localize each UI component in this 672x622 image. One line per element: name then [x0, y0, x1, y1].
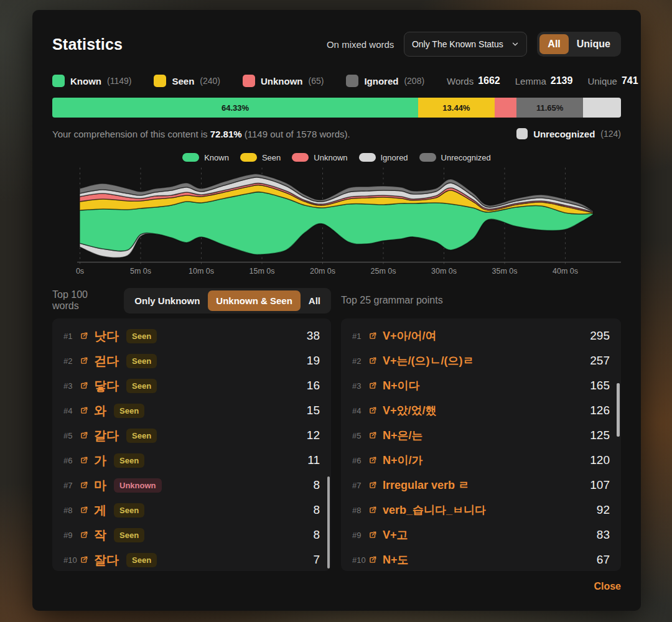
external-link-icon[interactable]: [368, 456, 377, 465]
external-link-icon[interactable]: [368, 332, 377, 340]
tab-all[interactable]: All: [301, 290, 329, 311]
mixed-words-select-value: Only The Known Status: [412, 39, 503, 49]
modal-footer: Close: [52, 581, 621, 592]
external-link-icon[interactable]: [368, 555, 377, 564]
header-controls: On mixed words Only The Known Status All…: [327, 32, 621, 57]
grammar-point-link[interactable]: V+고: [383, 527, 408, 542]
grammar-point-link[interactable]: N+은/는: [383, 428, 423, 443]
tab-unknown-seen[interactable]: Unknown & Seen: [208, 290, 301, 311]
words-section-title: Top 100 words: [52, 289, 110, 312]
grammar-row: #7Irregular verb ㄹ107: [341, 473, 621, 498]
grammar-rank: #5: [352, 431, 367, 440]
bar-segment-3: 11.65%: [516, 98, 582, 118]
word-link[interactable]: 낫다: [94, 328, 119, 345]
legend-count: (65): [308, 76, 324, 86]
chart-legend-ignored: Ignored: [359, 153, 408, 162]
words-scrollbar[interactable]: [327, 476, 330, 569]
total-label: Words: [447, 76, 474, 86]
grammar-rank: #7: [352, 481, 367, 490]
word-link[interactable]: 와: [94, 402, 106, 419]
word-row: #8게Seen8: [52, 498, 331, 522]
grammar-rank: #10: [352, 555, 367, 565]
scope-toggle-unique[interactable]: Unique: [569, 34, 618, 54]
word-rank: #10: [63, 555, 78, 565]
legend-item-unknown: Unknown(65): [243, 75, 324, 87]
word-row: #1낫다Seen38: [52, 323, 331, 348]
external-link-icon[interactable]: [80, 406, 88, 415]
word-count: 12: [307, 429, 320, 442]
word-link[interactable]: 걷다: [94, 353, 119, 369]
word-link[interactable]: 닿다: [94, 378, 119, 394]
grammar-point-link[interactable]: V+는/(으)ㄴ/(으)ㄹ: [383, 353, 474, 368]
grammar-point-link[interactable]: V+아/어/여: [383, 328, 437, 343]
external-link-icon[interactable]: [80, 456, 88, 465]
grammar-row: #10N+도67: [341, 547, 621, 571]
external-link-icon[interactable]: [368, 506, 377, 514]
grammar-point-link[interactable]: V+았/었/했: [383, 403, 437, 418]
external-link-icon[interactable]: [368, 381, 377, 390]
grammar-count: 165: [590, 379, 610, 392]
words-header: Top 100 words Only UnknownUnknown & Seen…: [52, 288, 331, 313]
grammar-point-link[interactable]: verb_습니다_ㅂ니다: [383, 503, 486, 518]
mixed-words-select[interactable]: Only The Known Status: [404, 32, 527, 57]
grammar-point-link[interactable]: N+이다: [383, 378, 420, 393]
external-link-icon[interactable]: [80, 481, 88, 490]
word-link[interactable]: 가: [94, 452, 106, 469]
word-count: 8: [313, 478, 320, 492]
unrecognized-swatch: [516, 128, 528, 139]
comprehension-row: Your comprehension of this content is 72…: [52, 126, 621, 142]
word-link[interactable]: 잘다: [94, 552, 119, 569]
close-button[interactable]: Close: [594, 581, 621, 592]
grammar-point-link[interactable]: N+도: [383, 552, 409, 567]
grammar-rank: #2: [352, 356, 367, 366]
external-link-icon[interactable]: [368, 356, 377, 365]
modal-header: Statistics On mixed words Only The Known…: [52, 31, 621, 57]
external-link-icon[interactable]: [368, 431, 377, 440]
bar-segment-1: 13.44%: [418, 98, 495, 118]
external-link-icon[interactable]: [368, 406, 377, 415]
word-rank: #8: [63, 506, 78, 515]
word-link[interactable]: 마: [94, 477, 106, 494]
chart-legend-swatch: [292, 153, 309, 162]
external-link-icon[interactable]: [368, 481, 377, 490]
external-link-icon[interactable]: [80, 332, 88, 340]
word-count: 38: [307, 329, 320, 343]
statistics-modal: Statistics On mixed words Only The Known…: [32, 10, 641, 611]
page-title: Statistics: [52, 35, 123, 53]
grammar-count: 107: [590, 478, 610, 492]
grammar-header: Top 25 grammar points: [341, 295, 621, 306]
mixed-words-label: On mixed words: [327, 39, 394, 50]
grammar-point-link[interactable]: Irregular verb ㄹ: [383, 478, 469, 493]
word-rank: #1: [63, 332, 78, 341]
lists-row: #1낫다Seen38#2걷다Seen19#3닿다Seen16#4와Seen15#…: [52, 318, 621, 571]
total-lemma: Lemma2139: [515, 75, 573, 86]
external-link-icon[interactable]: [80, 555, 88, 564]
external-link-icon[interactable]: [80, 531, 88, 539]
external-link-icon[interactable]: [80, 431, 88, 440]
word-rank: #5: [63, 431, 78, 440]
grammar-rank: #1: [352, 332, 367, 341]
bar-segment-2: [495, 98, 517, 118]
external-link-icon[interactable]: [80, 381, 88, 390]
grammar-row: #3N+이다165: [341, 373, 621, 398]
word-count: 8: [313, 528, 320, 542]
external-link-icon[interactable]: [368, 531, 377, 539]
word-status-badge: Seen: [126, 329, 157, 343]
word-link[interactable]: 갈다: [94, 427, 119, 444]
lists-header-row: Top 100 words Only UnknownUnknown & Seen…: [52, 287, 621, 313]
word-row: #7마Unknown8: [52, 473, 331, 498]
external-link-icon[interactable]: [80, 356, 88, 365]
word-link[interactable]: 작: [94, 527, 106, 544]
scope-toggle-all[interactable]: All: [539, 34, 568, 54]
external-link-icon[interactable]: [80, 506, 88, 514]
streamgraph-svg: 0s5m 0s10m 0s15m 0s20m 0s25m 0s30m 0s35m…: [52, 165, 621, 276]
word-status-badge: Seen: [114, 503, 144, 518]
x-axis-tick-label: 35m 0s: [492, 267, 518, 276]
word-row: #5갈다Seen12: [52, 423, 331, 448]
x-axis-tick-label: 25m 0s: [371, 267, 396, 276]
tab-only-unknown[interactable]: Only Unknown: [126, 290, 208, 311]
grammar-point-link[interactable]: N+이/가: [383, 453, 423, 468]
grammar-rank: #4: [352, 406, 367, 415]
grammar-scrollbar[interactable]: [617, 383, 620, 437]
word-link[interactable]: 게: [94, 502, 106, 519]
